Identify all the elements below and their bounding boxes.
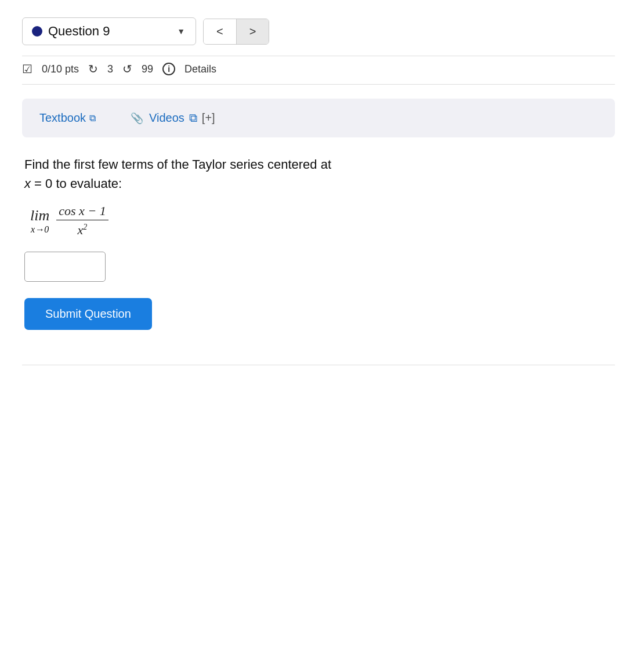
paperclip-icon: 📎 [131,112,143,125]
question-line2: x = 0 to evaluate: [24,176,122,191]
info-icon: i [162,63,175,75]
nav-buttons: < > [203,19,269,45]
lim-word: lim [30,207,49,224]
fraction: cos x − 1 x2 [56,204,108,238]
question-selector[interactable]: Question 9 ▼ [22,17,196,45]
score-bar: ☑ 0/10 pts ↻ 3 ↺ 99 i Details [22,56,615,85]
question-text: Find the first few terms of the Taylor s… [24,155,613,193]
lim-subscript: x→0 [31,224,49,235]
fraction-denominator: x2 [78,221,88,238]
answer-input[interactable] [24,252,106,282]
videos-label: Videos [149,111,184,125]
next-question-button[interactable]: > [237,19,269,44]
refresh-icon: ↺ [122,62,132,76]
score-text: 0/10 pts [42,63,79,75]
score-check-icon: ☑ [22,62,32,76]
question-label: Question 9 [48,24,171,39]
lim-part: lim x→0 [30,207,49,235]
attempts-count: 3 [107,63,113,75]
add-badge[interactable]: [+] [202,111,215,125]
resources-box: Textbook ⧉ 📎 Videos ⧉ [+] [22,99,615,137]
textbook-ext-icon: ⧉ [89,113,96,123]
limit-expression: lim x→0 cos x − 1 x2 [30,204,108,238]
top-bar: Question 9 ▼ < > [22,17,615,45]
prev-question-button[interactable]: < [204,19,237,44]
videos-section[interactable]: 📎 Videos ⧉ [+] [131,111,215,125]
submit-question-button[interactable]: Submit Question [24,298,152,330]
details-label: Details [184,63,216,75]
refresh-count: 99 [142,63,153,75]
question-status-dot [32,26,42,37]
question-line1: Find the first few terms of the Taylor s… [24,157,331,172]
page-separator [22,365,615,365]
textbook-link[interactable]: Textbook ⧉ [39,111,96,125]
dropdown-arrow-icon: ▼ [177,27,185,36]
videos-ext-icon: ⧉ [189,111,197,125]
question-body: Find the first few terms of the Taylor s… [22,155,615,330]
fraction-numerator: cos x − 1 [56,204,108,220]
textbook-label: Textbook [39,111,86,125]
attempts-icon: ↻ [88,62,98,76]
math-display: lim x→0 cos x − 1 x2 [30,204,613,238]
